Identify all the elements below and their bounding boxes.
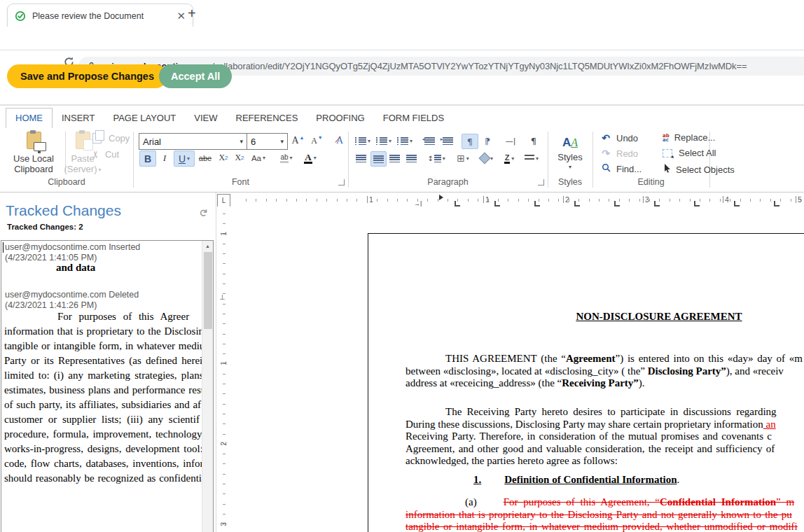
font-size-select[interactable]: 6 ▾	[247, 133, 288, 150]
deleted-text-line: estimates, business plans and performanc…	[4, 384, 206, 396]
tab-stop-marker[interactable]	[774, 201, 779, 206]
highlight-color-button[interactable]: ab	[276, 150, 297, 165]
vertical-ruler[interactable]: 1 ⊥ 1 2 3	[217, 206, 231, 532]
ribbon-tab-bar: HOME INSERT PAGE LAYOUT VIEW REFERENCES …	[0, 106, 804, 128]
cut-label: Cut	[105, 149, 119, 160]
select-objects-button[interactable]: Select Objects	[663, 163, 735, 176]
scrollbar-up-arrow[interactable]: ▲	[202, 241, 213, 251]
tracked-changes-list[interactable]: user@mydocsontime.com Inserted (4/23/202…	[1, 240, 214, 532]
select-all-button[interactable]: Select All	[663, 148, 716, 158]
replace-button[interactable]: abac Replace...	[663, 132, 715, 143]
align-left-icon	[356, 155, 366, 162]
tab-stop-marker[interactable]	[494, 201, 500, 206]
section-heading: 1.Definition of Confidential Information…	[473, 474, 679, 486]
undo-button[interactable]: ↶ Undo	[599, 132, 638, 144]
tab-stop-marker[interactable]	[455, 201, 460, 206]
use-local-label-2: Clipboard	[14, 164, 53, 174]
document-page[interactable]: NON-DISCLOSURE AGREEMENT THIS AGREEMENT …	[368, 233, 804, 532]
paste-label-2: (Server)	[64, 164, 102, 174]
tab-stop-marker[interactable]	[694, 201, 700, 206]
tracked-insertion: an	[763, 419, 776, 430]
tab-page-layout[interactable]: PAGE LAYOUT	[104, 108, 185, 128]
subscript-button[interactable]: X2	[216, 150, 230, 165]
italic-button[interactable]: I	[158, 150, 171, 165]
line-spacing-button[interactable]: ↕	[427, 151, 446, 165]
grow-font-button[interactable]: A▲	[289, 133, 306, 148]
ruler-label: 2	[565, 195, 569, 204]
refresh-icon[interactable]: ↻	[197, 209, 209, 218]
deleted-text-line: Party or its Representatives (as defined…	[4, 355, 202, 367]
paste-icon	[76, 132, 90, 149]
paragraph-dialog-launcher[interactable]	[538, 179, 544, 186]
tab-form-fields[interactable]: FORM FIELDS	[374, 108, 453, 128]
indent-icon	[443, 137, 453, 145]
font-family-select[interactable]: Arial ▾	[139, 133, 247, 150]
shrink-font-button[interactable]: A▼	[308, 133, 325, 148]
align-left-button[interactable]	[354, 151, 368, 165]
numbered-list-icon	[376, 137, 387, 145]
underline-button[interactable]: U	[174, 150, 195, 167]
rtl-paragraph-button[interactable]: ¶	[480, 134, 495, 148]
bullet-list-button[interactable]	[354, 134, 372, 148]
deleted-text-line: information that is proprietary to the D…	[4, 326, 204, 337]
cursor-arrow-icon	[663, 163, 672, 176]
tab-view[interactable]: VIEW	[185, 108, 226, 128]
tracked-deletion: For purposes of this Agreement, “Confide…	[504, 496, 794, 507]
font-dialog-launcher[interactable]	[338, 179, 345, 186]
tab-home[interactable]: HOME	[6, 108, 53, 128]
borders-button[interactable]: ⊞	[453, 151, 473, 165]
show-formatting-marks-button[interactable]: ¶	[526, 134, 541, 148]
undo-icon: ↶	[599, 132, 612, 144]
change-case-button[interactable]: Aa	[249, 150, 268, 165]
shading-button[interactable]	[477, 151, 497, 165]
tab-insert[interactable]: INSERT	[53, 108, 104, 128]
document-canvas[interactable]: NON-DISCLOSURE AGREEMENT THIS AGREEMENT …	[232, 206, 804, 532]
top-margin-marker: ⊥	[219, 293, 226, 301]
tab-references[interactable]: REFERENCES	[227, 108, 307, 128]
tab-stop-selector[interactable]: L	[217, 194, 230, 207]
multilevel-list-button[interactable]	[396, 134, 414, 148]
up-triangle-icon: ▲	[300, 135, 305, 140]
font-color-button[interactable]: A	[300, 150, 320, 165]
select-all-label: Select All	[679, 148, 716, 158]
bold-button[interactable]: B	[139, 150, 156, 167]
styles-button[interactable]: AA Styles ▾	[552, 132, 588, 174]
clear-formatting-button[interactable]: A ⁄	[332, 133, 347, 148]
tab-close-icon[interactable]: ✕	[176, 10, 186, 21]
horizontal-ruler[interactable]: 1 1 2 3 4 5 →|	[232, 194, 804, 206]
favicon-check-icon	[15, 10, 26, 22]
column-break-button[interactable]: —|	[502, 134, 519, 148]
align-center-icon	[373, 155, 384, 163]
new-tab-button[interactable]: +	[188, 6, 196, 20]
justify-button[interactable]	[404, 151, 419, 165]
tab-proofing[interactable]: PROOFING	[307, 108, 373, 128]
tab-stop-marker[interactable]	[614, 201, 620, 206]
first-line-indent-marker[interactable]	[439, 195, 443, 200]
ruler-label: 1	[369, 195, 373, 204]
scrollbar-thumb[interactable]	[204, 252, 212, 329]
tab-stop-marker[interactable]	[734, 201, 740, 206]
use-local-clipboard-button[interactable]: Use Local Clipboard	[6, 131, 62, 174]
save-and-propose-button[interactable]: Save and Propose Changes	[7, 64, 167, 88]
increase-indent-button[interactable]: ▸	[439, 134, 455, 148]
browser-toolbar: ← → esign.mydocsontime.com/collaboration…	[0, 27, 804, 50]
replace-label: Replace...	[674, 132, 716, 143]
horizontal-line-button[interactable]	[522, 151, 541, 165]
numbered-list-button[interactable]	[375, 134, 393, 148]
panel-scrollbar[interactable]: ▲	[202, 241, 213, 532]
tab-stop-marker[interactable]	[654, 201, 660, 206]
chevron-down-icon: ▾	[240, 138, 243, 145]
browser-tab[interactable]: Please review the Document ✕	[7, 4, 193, 27]
strikethrough-button[interactable]: abe	[196, 150, 214, 165]
border-color-button[interactable]: Z	[499, 151, 519, 165]
align-right-button[interactable]	[387, 151, 402, 165]
deleted-text-line: For purposes of this Agreer	[57, 311, 189, 323]
tab-stop-marker[interactable]	[534, 201, 540, 206]
superscript-button[interactable]: X2	[233, 150, 247, 165]
find-button[interactable]: Find...	[599, 163, 642, 174]
tab-stop-marker[interactable]	[574, 201, 580, 206]
ltr-paragraph-button[interactable]: ¶	[462, 134, 478, 149]
decrease-indent-button[interactable]: ◂	[421, 134, 436, 148]
align-center-button[interactable]	[370, 151, 387, 167]
accept-all-button[interactable]: Accept All	[159, 64, 232, 88]
